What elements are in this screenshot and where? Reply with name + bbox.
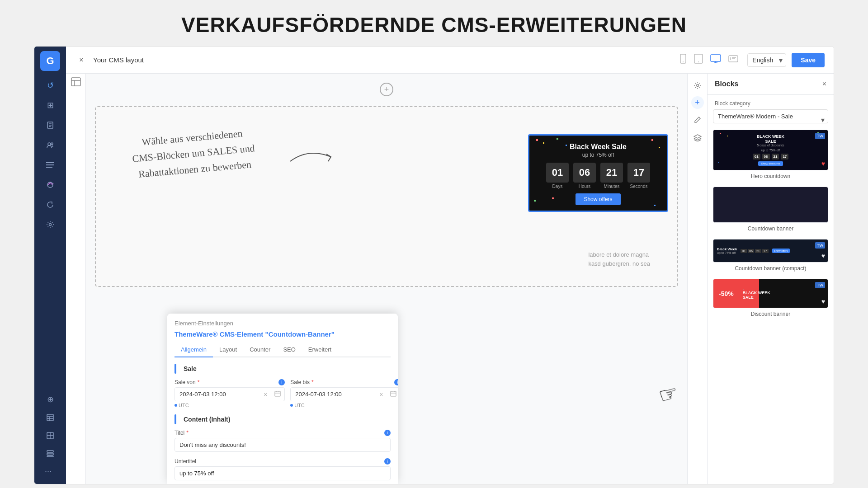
svg-point-22	[683, 61, 684, 62]
svg-point-5	[51, 143, 53, 145]
sidebar-more-dots[interactable]: ···	[41, 463, 59, 479]
mobile-icon[interactable]	[679, 54, 687, 66]
canvas-layout-icon[interactable]	[71, 77, 81, 88]
thumb-hero-content: BLACK WEEKSALE 5 days of discounts up to…	[713, 130, 828, 170]
sidebar-icon-add[interactable]: ⊕	[41, 390, 59, 408]
code-icon[interactable]	[728, 55, 738, 65]
blocks-panel-close[interactable]: ×	[822, 80, 826, 88]
lorem-text: labore et dolore magnakasd gubergren, no…	[588, 250, 650, 268]
countdown-numbers: 01 Days 06 Hours 21 Minu	[536, 163, 660, 189]
sidebar-icon-grid[interactable]: ⊞	[41, 96, 59, 114]
canvas-area: + Wähle aus verschiedenenCMS-Blöcken um …	[86, 74, 687, 484]
content-block: Wähle aus verschiedenenCMS-Blöcken um SA…	[95, 106, 678, 287]
settings-element-name: ThemeWare® CMS-Element "Countdown-Banner…	[175, 330, 391, 338]
svg-rect-35	[275, 391, 280, 396]
untertitel-info-icon: i	[384, 458, 391, 465]
sale-von-info-icon: i	[278, 379, 285, 385]
untertitel-input[interactable]	[175, 466, 391, 480]
block-thumbnail-countdown[interactable]	[713, 187, 828, 223]
save-button[interactable]: Save	[792, 53, 825, 67]
sale-bis-col: Sale bis * i ×	[290, 379, 398, 408]
block-category-select[interactable]: ThemeWare® Modern - Sale	[713, 109, 828, 123]
sidebar-icon-menu[interactable]	[41, 156, 59, 174]
sidebar-icon-sync[interactable]: ↺	[41, 76, 59, 94]
settings-tabs: Allgemein Layout Counter SEO Erweitert	[175, 343, 391, 357]
banner-preview-title: Black Week Sale	[536, 143, 660, 151]
tab-allgemein[interactable]: Allgemein	[175, 343, 213, 357]
blocks-panel-title: Blocks	[715, 80, 738, 88]
sale-bis-input[interactable]	[291, 388, 376, 401]
sidebar-icon-page[interactable]	[41, 116, 59, 134]
block-name-countdown: Countdown banner	[713, 225, 828, 232]
sidebar-icon-table[interactable]	[41, 408, 59, 427]
blocks-panel: Blocks × Block category ThemeWare® Moder…	[707, 74, 834, 484]
block-heart-compact[interactable]: ♥	[821, 252, 825, 259]
sidebar-icon-return[interactable]	[41, 196, 59, 214]
language-select[interactable]: English	[747, 53, 786, 67]
layers-tool-icon[interactable]	[690, 131, 705, 145]
tablet-icon[interactable]	[694, 54, 703, 66]
svg-rect-20	[47, 456, 53, 457]
handwritten-note: Wähle aus verschiedenenCMS-Blöcken um SA…	[130, 124, 257, 183]
sale-bis-calendar[interactable]	[387, 390, 398, 399]
sidebar-icon-settings[interactable]	[41, 216, 59, 234]
block-item-discount: -50% - BLACK WEEKSALE TW ♥ Discount bann…	[708, 279, 834, 324]
edit-tool-icon[interactable]	[690, 113, 705, 127]
sale-bis-utc: UTC	[290, 403, 398, 408]
sidebar-icon-marketing[interactable]	[41, 176, 59, 194]
svg-rect-19	[47, 453, 53, 455]
block-thumbnail-discount[interactable]: -50% - BLACK WEEKSALE TW ♥	[713, 279, 828, 308]
sale-section-header: Sale	[175, 364, 391, 374]
plus-tool-icon[interactable]: +	[691, 96, 704, 109]
block-heart-discount[interactable]: ♥	[821, 298, 825, 305]
titel-input[interactable]	[175, 438, 391, 452]
topbar-right: English Save	[747, 53, 825, 67]
add-block-button[interactable]: +	[380, 83, 393, 96]
settings-body: Sale Sale von * i	[167, 357, 398, 484]
element-settings-panel: Element-Einstellungen ThemeWare® CMS-Ele…	[167, 314, 398, 484]
left-sidebar: G ↺ ⊞ ⊕	[34, 47, 66, 484]
svg-rect-39	[391, 391, 396, 396]
block-thumbnail-hero[interactable]: BLACK WEEKSALE 5 days of discounts up to…	[713, 130, 828, 170]
titel-info-icon: i	[384, 430, 391, 436]
sidebar-icon-list[interactable]	[41, 427, 59, 445]
editor-wrapper: + Wähle aus verschiedenenCMS-Blöcken um …	[66, 74, 834, 484]
tab-counter[interactable]: Counter	[243, 343, 277, 357]
compact-corner-badge: TW	[815, 242, 825, 249]
language-selector[interactable]: English	[747, 53, 786, 67]
countdown-days: 01 Days	[546, 163, 569, 189]
tab-seo[interactable]: SEO	[277, 343, 302, 357]
canvas-left-toolbar	[66, 74, 86, 484]
right-tools-panel: +	[687, 74, 707, 484]
block-name-compact: Countdown banner (compact)	[713, 265, 828, 272]
sale-von-label: Sale von * i	[175, 379, 285, 385]
blocks-panel-header: Blocks ×	[708, 74, 834, 95]
sale-von-input[interactable]	[175, 388, 260, 401]
main-container: G ↺ ⊞ ⊕	[34, 46, 834, 484]
settings-tool-icon[interactable]	[690, 78, 705, 93]
banner-preview-subtitle: up to 75% off	[536, 152, 660, 158]
sidebar-icon-users[interactable]	[41, 136, 59, 154]
block-name-hero: Hero countdown	[713, 173, 828, 179]
sale-bis-clear[interactable]: ×	[376, 391, 387, 398]
sale-von-clear[interactable]: ×	[260, 391, 271, 398]
tab-erweitert[interactable]: Erweitert	[302, 343, 338, 357]
untertitel-group: Untertitel i	[175, 458, 391, 480]
countdown-banner-preview: Black Week Sale up to 75% off 01 Days 06	[528, 134, 668, 212]
block-heart-hero[interactable]: ♥	[821, 160, 825, 167]
show-offers-button[interactable]: Show offers	[576, 193, 620, 205]
close-button[interactable]: ×	[75, 54, 88, 66]
sidebar-icon-stack[interactable]	[41, 445, 59, 463]
block-item-hero-countdown: BLACK WEEKSALE 5 days of discounts up to…	[708, 130, 834, 187]
desktop-icon[interactable]	[710, 54, 721, 66]
tab-layout[interactable]: Layout	[213, 343, 243, 357]
block-thumbnail-compact[interactable]: Black Week up to 75% off 01 06 21 17 Sho…	[713, 239, 828, 263]
svg-point-10	[49, 224, 52, 226]
block-item-countdown-banner: Countdown banner	[708, 187, 834, 239]
titel-input-wrapper	[175, 438, 391, 452]
svg-point-4	[48, 143, 51, 145]
sale-bis-input-wrapper: ×	[290, 387, 398, 401]
svg-point-24	[698, 61, 699, 62]
sale-von-calendar[interactable]	[271, 390, 284, 399]
sale-section-bar	[175, 364, 176, 374]
